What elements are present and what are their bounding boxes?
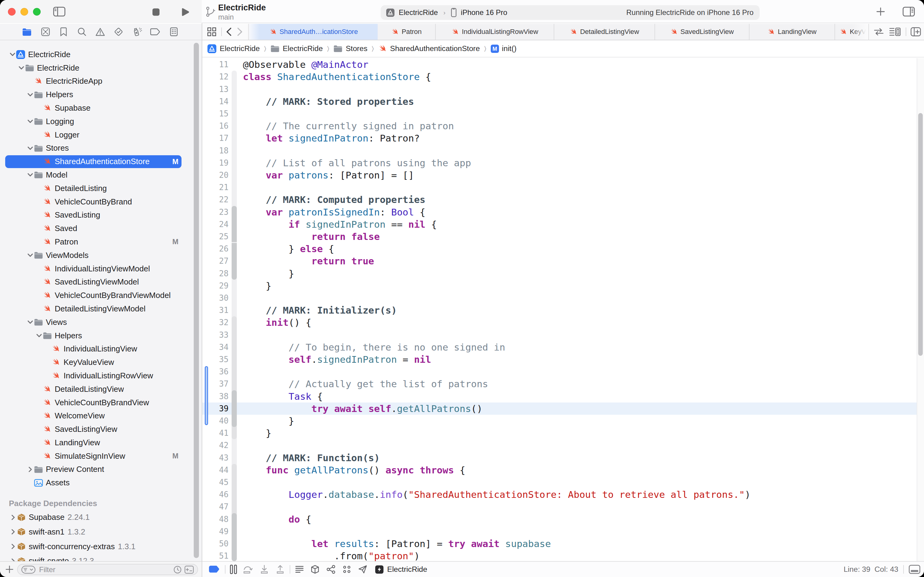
editor-grid-icon[interactable]	[207, 27, 216, 36]
code-line-34[interactable]: 34 // To begin, there is no one signed i…	[202, 341, 917, 353]
cube-icon[interactable]	[311, 565, 320, 574]
share-nodes-icon[interactable]	[326, 565, 335, 574]
flags-filter-icon[interactable]	[185, 566, 194, 574]
code-line-40[interactable]: 40 }	[202, 415, 917, 427]
code-line-32[interactable]: 32 init() {	[202, 316, 917, 329]
breadcrumb-item-stores[interactable]: Stores	[333, 44, 367, 53]
disclosure-chevron[interactable]	[27, 118, 34, 125]
code-line-35[interactable]: 35 self.signedInPatron = nil	[202, 353, 917, 366]
sidebar-item-assets[interactable]: Assets	[0, 476, 201, 490]
code-line-48[interactable]: 48 do {	[202, 513, 917, 525]
keyboard-icon[interactable]	[909, 565, 920, 574]
sidebar-item-stores[interactable]: Stores	[0, 142, 201, 155]
sidebar-item-detailedlistingview[interactable]: DetailedListingView	[0, 382, 201, 396]
disclosure-chevron[interactable]	[27, 466, 34, 473]
editor-tab-landingview[interactable]: LandingView	[750, 24, 835, 40]
sidebar-item-supabase[interactable]: Supabase	[0, 102, 201, 115]
code-line-37[interactable]: 37 // Actually get the list of patrons	[202, 378, 917, 390]
down-tray-icon[interactable]	[260, 565, 269, 574]
filter-menu-icon[interactable]	[21, 566, 35, 574]
code-line-24[interactable]: 24 if signedInPatron == nil {	[202, 218, 917, 230]
sidebar-item-logging[interactable]: Logging	[0, 114, 201, 128]
sidebar-item-helpers[interactable]: Helpers	[0, 329, 201, 342]
sidebar-item-individuallistingviewmodel[interactable]: IndividualListingViewModel	[0, 262, 201, 276]
code-line-47[interactable]: 47	[202, 501, 917, 513]
code-line-30[interactable]: 30	[202, 292, 917, 304]
code-line-18[interactable]: 18	[202, 145, 917, 157]
close-button[interactable]	[8, 8, 16, 16]
sidebar-item-keyvalueview[interactable]: KeyValueView	[0, 356, 201, 369]
add-item-icon[interactable]	[5, 566, 13, 573]
package-item-swift-crypto[interactable]: swift-crypto3.12.3	[0, 554, 201, 561]
code-line-26[interactable]: 26 } else {	[202, 243, 917, 255]
code-line-14[interactable]: 14 // MARK: Stored properties	[202, 95, 917, 108]
code-line-33[interactable]: 33	[202, 329, 917, 341]
sidebar-item-individuallistingrowview[interactable]: IndividualListingRowView	[0, 369, 201, 383]
sidebar-item-vehiclecountbybrand[interactable]: VehicleCountByBrand	[0, 195, 201, 208]
swap-editors-icon[interactable]	[874, 28, 884, 36]
code-line-20[interactable]: 20 var patrons: [Patron] = []	[202, 169, 917, 181]
code-line-39[interactable]: 39 try await self.getAllPatrons()	[202, 403, 917, 415]
navigator-tab-debug-navigator[interactable]	[129, 24, 145, 40]
editor-mode-icon[interactable]	[209, 566, 220, 573]
code-line-13[interactable]: 13	[202, 83, 917, 95]
list-lines-icon[interactable]	[295, 566, 304, 573]
code-line-51[interactable]: 51 .from("patron")	[202, 550, 917, 561]
dot-grid-icon[interactable]	[342, 565, 351, 574]
navigator-tab-bookmark-navigator[interactable]	[56, 24, 71, 40]
code-line-31[interactable]: 31 // MARK: Initializer(s)	[202, 304, 917, 316]
code-line-23[interactable]: 23 var patronIsSignedIn: Bool {	[202, 206, 917, 218]
navigator-tab-project-navigator[interactable]	[19, 24, 35, 40]
disclosure-chevron[interactable]	[10, 558, 16, 561]
code-line-44[interactable]: 44 func getAllPatrons() async throws {	[202, 464, 917, 476]
code-line-21[interactable]: 21	[202, 181, 917, 193]
back-icon[interactable]	[226, 27, 232, 36]
navigator-tab-find-navigator[interactable]	[74, 24, 90, 40]
code-line-36[interactable]: 36	[202, 366, 917, 378]
code-line-29[interactable]: 29 }	[202, 280, 917, 292]
sidebar-item-logger[interactable]: Logger	[0, 128, 201, 142]
scheme-project[interactable]: ElectricRide	[399, 8, 438, 17]
inspector-toggle-icon[interactable]	[903, 7, 915, 16]
sidebar-item-electricrideapp[interactable]: ElectricRideApp	[0, 74, 201, 88]
package-item-swift-concurrency-extras[interactable]: swift-concurrency-extras1.3.1	[0, 539, 201, 554]
sidebar-item-savedlisting[interactable]: SavedListing	[0, 208, 201, 222]
sidebar-item-electricride[interactable]: ElectricRide	[0, 48, 201, 61]
code-line-22[interactable]: 22 // MARK: Computed properties	[202, 193, 917, 206]
run-button[interactable]	[181, 8, 190, 16]
pause-bars-icon[interactable]	[230, 564, 237, 574]
breadcrumb-item-electricride[interactable]: ElectricRide	[270, 44, 323, 53]
breadcrumb-item-init[interactable]: Minit()	[491, 44, 517, 53]
editor-options-icon[interactable]	[889, 27, 901, 36]
sidebar-item-patron[interactable]: PatronM	[0, 235, 201, 249]
editor-tab-sharedauth-icationstore[interactable]: SharedAuth…icationStore	[250, 24, 378, 40]
package-item-swift-asn1[interactable]: swift-asn11.3.2	[0, 525, 201, 539]
sidebar-item-saved[interactable]: Saved	[0, 222, 201, 235]
code-line-17[interactable]: 17 let signedInPatron: Patron?	[202, 132, 917, 144]
code-editor[interactable]: 11@Observable @MainActor12class SharedAu…	[202, 58, 924, 561]
sidebar-item-electricride[interactable]: ElectricRide	[0, 61, 201, 74]
sidebar-item-welcomeview[interactable]: WelcomeView	[0, 409, 201, 423]
sidebar-item-views[interactable]: Views	[0, 315, 201, 329]
code-line-38[interactable]: 38 Task {	[202, 390, 917, 403]
code-line-12[interactable]: 12class SharedAuthenticationStore {	[202, 71, 917, 83]
sidebar-item-helpers[interactable]: Helpers	[0, 88, 201, 102]
code-line-50[interactable]: 50 let results: [Patron] = try await sup…	[202, 538, 917, 550]
sidebar-item-preview-content[interactable]: Preview Content	[0, 463, 201, 476]
disclosure-chevron[interactable]	[27, 252, 34, 259]
editor-tab-detailedlistingview[interactable]: DetailedListingView	[554, 24, 655, 40]
up-tray-icon[interactable]	[275, 565, 285, 574]
navigator-tab-report-navigator[interactable]	[166, 24, 182, 40]
editor-tab-keyv[interactable]: KeyV	[835, 24, 868, 40]
disclosure-chevron[interactable]	[18, 64, 25, 71]
navigator-tab-breakpoint-navigator[interactable]	[147, 24, 163, 40]
disclosure-chevron[interactable]	[10, 543, 16, 550]
zoom-button[interactable]	[33, 8, 41, 16]
sidebar-item-simulatesigninview[interactable]: SimulateSignInViewM	[0, 449, 201, 463]
navigator-tab-issue-navigator[interactable]	[92, 24, 108, 40]
breadcrumb-item-electricride[interactable]: ElectricRide	[207, 44, 260, 53]
sidebar-item-detailedlisting[interactable]: DetailedListing	[0, 182, 201, 195]
code-line-49[interactable]: 49	[202, 525, 917, 538]
sidebar-item-savedlistingviewmodel[interactable]: SavedListingViewModel	[0, 276, 201, 289]
code-line-16[interactable]: 16 // The currently signed in patron	[202, 120, 917, 132]
